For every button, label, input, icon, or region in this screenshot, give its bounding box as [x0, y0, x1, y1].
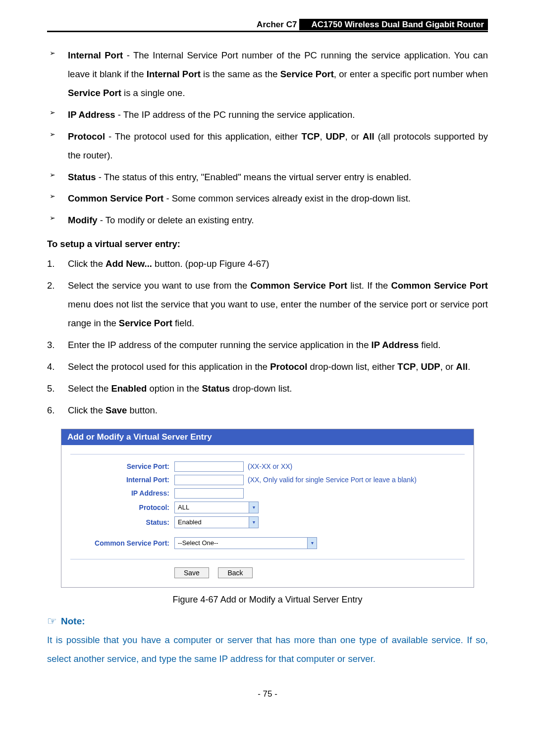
- page-header: Archer C7 AC1750 Wireless Dual Band Giga…: [47, 20, 488, 32]
- label-service-port: Service Port:: [70, 462, 174, 470]
- common-service-port-value: --Select One--: [178, 539, 218, 547]
- feature-bullets: Internal Port - The Internal Service Por…: [47, 46, 488, 230]
- status-select[interactable]: Enabled ▾: [174, 516, 259, 528]
- back-button[interactable]: Back: [218, 567, 252, 578]
- header-spacer: [299, 19, 310, 30]
- hint-internal-port: (XX, Only valid for single Service Port …: [248, 476, 417, 484]
- note: ☞ Note:: [47, 615, 488, 628]
- steps-list: 1.Click the Add New... button. (pop-up F…: [47, 254, 488, 419]
- divider: [70, 559, 465, 559]
- page-number: - 75 -: [47, 689, 488, 699]
- bullet-common-service-port: Common Service Port - Some common servic…: [47, 189, 488, 208]
- step-4: 4.Select the protocol used for this appl…: [47, 357, 488, 376]
- bullet-modify: Modify - To modify or delete an existing…: [47, 211, 488, 230]
- internal-port-input[interactable]: [174, 475, 244, 485]
- chevron-down-icon: ▾: [249, 502, 258, 513]
- label-internal-port: Internal Port:: [70, 476, 174, 484]
- bullet-internal-port: Internal Port - The Internal Service Por…: [47, 46, 488, 102]
- protocol-select[interactable]: ALL ▾: [174, 502, 259, 513]
- ip-address-input[interactable]: [174, 488, 244, 499]
- figure-virtual-server-entry: Add or Modify a Virtual Server Entry Ser…: [61, 429, 474, 588]
- step-6: 6.Click the Save button.: [47, 401, 488, 420]
- chevron-down-icon: ▾: [307, 538, 317, 549]
- bullet-protocol: Protocol - The protocol used for this ap…: [47, 127, 488, 165]
- header-product: Archer C7: [257, 20, 297, 29]
- header-desc: AC1750 Wireless Dual Band Gigabit Router: [310, 19, 488, 30]
- step-2: 2.Select the service you want to use fro…: [47, 276, 488, 333]
- hint-service-port: (XX-XX or XX): [248, 462, 292, 470]
- service-port-input[interactable]: [174, 461, 244, 472]
- bullet-ip-address: IP Address - The IP address of the PC ru…: [47, 105, 488, 124]
- section-title: To setup a virtual server entry:: [47, 239, 488, 250]
- pointing-hand-icon: ☞: [47, 615, 57, 628]
- label-status: Status:: [70, 518, 174, 526]
- step-1: 1.Click the Add New... button. (pop-up F…: [47, 254, 488, 273]
- label-protocol: Protocol:: [70, 504, 174, 511]
- bullet-status: Status - The status of this entry, "Enab…: [47, 168, 488, 187]
- figure-title: Add or Modify a Virtual Server Entry: [61, 429, 474, 445]
- note-text: It is possible that you have a computer …: [47, 631, 488, 668]
- save-button[interactable]: Save: [174, 567, 209, 578]
- common-service-port-select[interactable]: --Select One-- ▾: [174, 537, 317, 549]
- step-5: 5.Select the Enabled option in the Statu…: [47, 379, 488, 398]
- divider: [70, 454, 465, 454]
- label-ip-address: IP Address:: [70, 489, 174, 497]
- chevron-down-icon: ▾: [249, 517, 258, 528]
- status-value: Enabled: [178, 518, 202, 526]
- figure-caption: Figure 4-67 Add or Modify a Virtual Serv…: [47, 595, 488, 605]
- step-3: 3.Enter the IP address of the computer r…: [47, 336, 488, 354]
- label-common-service-port: Common Service Port:: [70, 539, 174, 547]
- note-label: Note:: [61, 616, 85, 627]
- protocol-value: ALL: [178, 504, 189, 511]
